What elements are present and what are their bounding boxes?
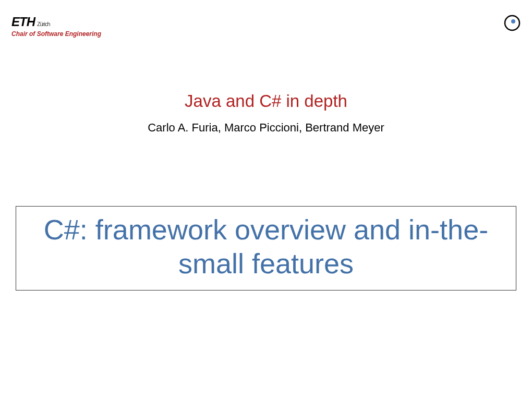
lecture-title: C#: framework overview and in-the-small … <box>27 213 505 281</box>
course-title: Java and C# in depth <box>0 91 532 111</box>
eth-logo-text: ETH Zürich <box>11 15 101 29</box>
authors: Carlo A. Furia, Marco Piccioni, Bertrand… <box>0 121 532 135</box>
circle-icon <box>504 15 521 31</box>
lecture-title-box: C#: framework overview and in-the-small … <box>16 206 516 291</box>
chair-label: Chair of Software Engineering <box>11 30 101 38</box>
slide-header: ETH Zürich Chair of Software Engineering <box>11 15 521 38</box>
eth-zurich: Zürich <box>37 21 50 27</box>
eth-main: ETH <box>11 15 35 29</box>
eth-logo: ETH Zürich Chair of Software Engineering <box>11 15 101 38</box>
svg-point-1 <box>511 19 515 23</box>
